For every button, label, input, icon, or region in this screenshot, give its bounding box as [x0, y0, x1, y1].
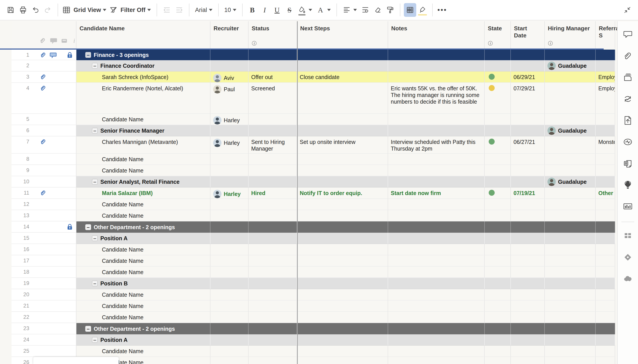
cell-referral[interactable] [596, 233, 615, 244]
cell-referral[interactable] [596, 357, 615, 364]
cell-date[interactable] [511, 165, 545, 176]
cell-recruiter[interactable]: Aviv [210, 72, 249, 83]
cell-notes[interactable] [388, 199, 485, 210]
cell-next[interactable] [297, 233, 388, 244]
cell-notes[interactable] [388, 50, 485, 60]
cell-referral[interactable]: Employ [596, 72, 615, 83]
cell-notes[interactable] [388, 357, 485, 364]
cell-status[interactable] [249, 50, 297, 60]
cell-status[interactable]: Hired [249, 188, 297, 199]
row-gutter[interactable]: 7 [12, 136, 77, 154]
cell-candidate[interactable]: –Position A [77, 233, 210, 244]
cell-manager[interactable] [545, 199, 596, 210]
cell-status[interactable] [249, 255, 297, 266]
cell-next[interactable] [297, 222, 388, 233]
cell-date[interactable] [511, 300, 545, 312]
clear-format-button[interactable] [371, 3, 384, 17]
cell-manager[interactable] [545, 312, 596, 323]
column-info-icon[interactable]: i [488, 41, 493, 46]
cell-candidate[interactable]: Eric Randermere (Nortel, Alcatel) [77, 83, 210, 114]
row-gutter[interactable]: 4 [12, 83, 77, 114]
cell-referral[interactable] [596, 210, 615, 222]
column-header-recruiter[interactable]: Recruiter [210, 21, 249, 48]
cell-notes[interactable] [388, 222, 485, 233]
cell-manager[interactable] [545, 114, 596, 125]
cell-notes[interactable] [388, 334, 485, 346]
cell-manager[interactable] [545, 188, 596, 199]
cell-manager[interactable] [545, 346, 596, 357]
underline-button[interactable]: U [271, 3, 283, 17]
cell-referral[interactable] [596, 289, 615, 300]
cell-next[interactable] [297, 199, 388, 210]
attachment-icon[interactable] [40, 189, 47, 198]
cell-manager[interactable] [545, 165, 596, 176]
cell-date[interactable] [511, 312, 545, 323]
row-gutter[interactable]: 6 [12, 125, 77, 136]
cell-referral[interactable]: Monste [596, 136, 615, 154]
attachment-icon[interactable] [40, 138, 47, 146]
column-header-candidate[interactable]: Candidate Name [77, 21, 210, 48]
cell-manager[interactable] [545, 136, 596, 154]
row-number[interactable]: 6 [12, 127, 29, 134]
cell-manager[interactable] [545, 357, 596, 364]
cell-state[interactable] [485, 233, 511, 244]
row-gutter[interactable]: 11 [12, 188, 77, 199]
italic-button[interactable]: I [259, 3, 271, 17]
row-number[interactable]: 3 [12, 74, 29, 80]
cell-date[interactable] [511, 125, 545, 136]
cell-state[interactable] [485, 346, 511, 357]
font-size-selector[interactable]: 10 [222, 7, 239, 14]
cell-recruiter[interactable] [210, 266, 249, 278]
cell-notes[interactable] [388, 323, 485, 334]
cell-status[interactable] [249, 199, 297, 210]
cell-status[interactable]: Sent to Hiring Manager [249, 136, 297, 154]
row-number[interactable]: 25 [12, 348, 29, 354]
cell-next[interactable] [297, 289, 388, 300]
cell-status[interactable] [249, 278, 297, 289]
cell-recruiter[interactable]: Harley [210, 188, 249, 199]
cell-manager[interactable] [545, 334, 596, 346]
cell-manager[interactable] [545, 50, 596, 60]
cell-date[interactable]: 06/29/21 [511, 72, 545, 83]
cell-recruiter[interactable] [210, 255, 249, 266]
cell-manager[interactable] [545, 83, 596, 114]
row-number[interactable]: 21 [12, 303, 29, 309]
comment-icon[interactable] [50, 37, 57, 46]
cell-candidate[interactable]: –Finance Coordinator [77, 60, 210, 72]
collapse-toggle[interactable]: – [92, 179, 98, 185]
row-number[interactable]: 16 [12, 246, 29, 252]
row-number[interactable]: 17 [12, 258, 29, 264]
cell-status[interactable] [249, 125, 297, 136]
cell-status[interactable] [249, 244, 297, 255]
format-painter-button[interactable] [384, 3, 396, 17]
cell-next[interactable] [297, 165, 388, 176]
cell-referral[interactable] [596, 222, 615, 233]
cell-date[interactable] [511, 176, 545, 188]
cell-manager[interactable] [545, 289, 596, 300]
cell-state[interactable] [485, 244, 511, 255]
cell-referral[interactable] [596, 266, 615, 278]
cell-date[interactable] [511, 114, 545, 125]
cell-status[interactable] [249, 176, 297, 188]
lock-icon[interactable] [67, 51, 73, 60]
cell-date[interactable] [511, 50, 545, 60]
cell-referral[interactable] [596, 346, 615, 357]
cell-status[interactable] [249, 300, 297, 312]
cell-manager[interactable] [545, 154, 596, 165]
cell-state[interactable] [485, 154, 511, 165]
cell-notes[interactable] [388, 60, 485, 72]
cell-next[interactable] [297, 244, 388, 255]
cell-manager[interactable] [545, 72, 596, 83]
row-number[interactable]: 12 [12, 201, 29, 207]
cell-recruiter[interactable] [210, 244, 249, 255]
cell-status[interactable]: Screened [249, 83, 297, 114]
cell-referral[interactable] [596, 255, 615, 266]
cell-candidate[interactable]: –Other Department - 2 openings [77, 323, 210, 334]
cell-date[interactable] [511, 266, 545, 278]
cell-state[interactable] [485, 199, 511, 210]
cell-candidate[interactable]: Sarah Schreck (InfoSpace) [77, 72, 210, 83]
cell-next[interactable] [297, 176, 388, 188]
row-gutter[interactable]: 10 [12, 176, 77, 188]
row-gutter[interactable]: 14 [12, 222, 77, 233]
row-gutter[interactable]: 8 [12, 154, 77, 165]
